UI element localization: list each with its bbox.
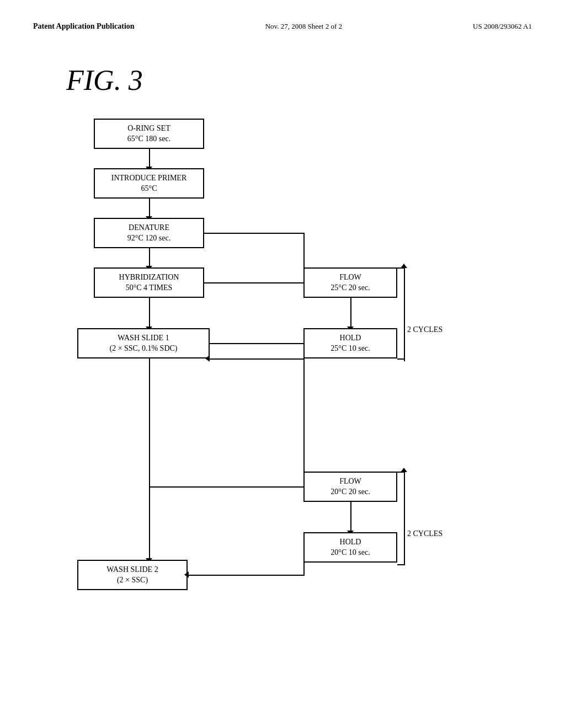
cycle2-bot-h (397, 564, 405, 565)
box-hybridization-line1: HYBRIDIZATION (119, 272, 179, 282)
box-hold-25-line1: HOLD (340, 333, 361, 343)
box-denature-line1: DENATURE (129, 223, 169, 233)
branch-to-flow20-h (149, 486, 303, 488)
box-wash-slide-2: WASH SLIDE 2 (2 × SSC) (77, 560, 188, 590)
arrowhead-cycle2-to-wash2 (184, 571, 189, 578)
right-v-to-flow25 (303, 233, 305, 268)
cycle2-right-v (404, 472, 405, 565)
box-flow-25-line1: FLOW (339, 272, 361, 282)
cycle2-to-wash2-v (303, 563, 305, 575)
box-hold-20-line2: 20°C 10 sec. (331, 548, 370, 558)
box-flow-25: FLOW 25°C 20 sec. (303, 267, 397, 298)
box-wash-slide-2-line2: (2 × SSC) (117, 575, 148, 585)
box-introduce-primer-line1: INTRODUCE PRIMER (111, 173, 187, 183)
page: Patent Application Publication Nov. 27, … (0, 0, 565, 728)
arrow-1-2 (149, 149, 150, 168)
box-wash-slide-1: WASH SLIDE 1 (2 × SSC, 0.1% SDC) (77, 328, 210, 358)
header-patent-number: US 2008/293062 A1 (473, 22, 532, 31)
cycle2-to-wash2-h (189, 575, 305, 576)
cycle-label-1: 2 CYCLES (407, 325, 443, 334)
box-flow-20-line1: FLOW (339, 477, 361, 486)
box-hybridization-line2: 50°C 4 TIMES (126, 283, 173, 293)
box-flow-20-line2: 20°C 20 sec. (331, 487, 370, 497)
wash1-to-flow20-v (303, 343, 305, 486)
arrowhead-cycle2-up (401, 468, 407, 472)
box-denature-line2: 92°C 120 sec. (127, 233, 170, 243)
box-introduce-primer-line2: 65°C (141, 184, 157, 194)
arrow-8-9 (350, 502, 351, 532)
box-hybridization: HYBRIDIZATION 50°C 4 TIMES (94, 267, 204, 298)
box-wash-slide-1-line1: WASH SLIDE 1 (118, 333, 169, 343)
box-introduce-primer: INTRODUCE PRIMER 65°C (94, 168, 204, 199)
wash1-to-flow20-h (210, 343, 303, 344)
box-oring-set-line2: 65°C 180 sec. (127, 134, 170, 144)
cycle1-to-wash1-h (210, 358, 303, 360)
arrow-3-4 (149, 248, 150, 267)
header: Patent Application Publication Nov. 27, … (33, 22, 532, 31)
box-hold-25-line2: 25°C 10 sec. (331, 344, 370, 354)
box-hold-25: HOLD 25°C 10 sec. (303, 328, 397, 358)
box-denature: DENATURE 92°C 120 sec. (94, 218, 204, 248)
box-flow-20: FLOW 20°C 20 sec. (303, 472, 397, 502)
arrow-2-3 (149, 199, 150, 218)
arrow-6-7 (350, 298, 351, 328)
arrowhead-cycle1-up (401, 264, 407, 268)
box-wash-slide-1-line2: (2 × SSC, 0.1% SDC) (109, 344, 177, 354)
arrow-5-10 (149, 358, 150, 560)
cycle-label-2: 2 CYCLES (407, 529, 443, 538)
arrow-4-5 (149, 298, 150, 328)
box-wash-slide-2-line1: WASH SLIDE 2 (106, 565, 158, 575)
header-date-sheet: Nov. 27, 2008 Sheet 2 of 2 (265, 22, 342, 31)
arrowhead-cycle1-to-wash1 (205, 355, 210, 362)
box-oring-set-line1: O-RING SET (127, 124, 170, 133)
cycle1-right-v (404, 267, 405, 361)
header-publication-label: Patent Application Publication (33, 22, 135, 31)
denature-right-h (204, 233, 305, 234)
cycle1-bot-h (397, 358, 405, 360)
box-hold-20-line1: HOLD (340, 537, 361, 547)
box-flow-25-line2: 25°C 20 sec. (331, 283, 370, 293)
denature-to-flow25-h (204, 282, 303, 283)
figure-title: FIG. 3 (66, 64, 532, 97)
flowchart: O-RING SET 65°C 180 sec. INTRODUCE PRIME… (66, 119, 519, 670)
box-oring-set: O-RING SET 65°C 180 sec. (94, 119, 204, 149)
box-hold-20: HOLD 20°C 10 sec. (303, 532, 397, 563)
